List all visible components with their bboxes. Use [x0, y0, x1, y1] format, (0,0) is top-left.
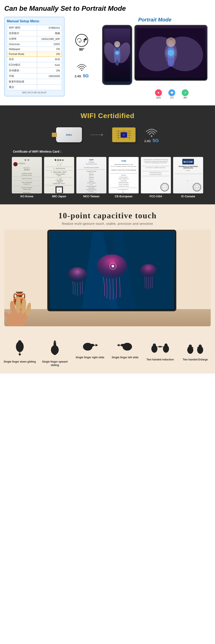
main-title: Can be Manually Set to Portrait Mode — [4, 4, 211, 12]
table-row: 语言 自动 — [7, 57, 62, 62]
two-hand-enlarge-svg — [185, 339, 205, 354]
cert-mic: 電 信 信 令 一、二、三 乙、丙 五、認定型式及代號 六、審驗合格標籤（如附件… — [44, 157, 74, 198]
svg-text:SEAL: SEAL — [163, 187, 166, 188]
gesture-down-label: Single finger down gliding — [4, 360, 36, 364]
cert-ic-seal: OFFICIAL — [193, 183, 201, 192]
phone-screen — [103, 26, 132, 84]
rotation-circle — [75, 34, 88, 47]
cert-card-kc: 방 · 전 KC인증마크 Bay Area C CERTIFIC Certifi… — [12, 157, 42, 194]
freq-5g: 5G — [153, 138, 159, 144]
wifi-frequency: 2.4G 5G — [75, 74, 89, 78]
table-row-highlight: Portrait Mode ON — [7, 52, 62, 57]
cert-mic-name: MIC-Japan — [52, 195, 66, 198]
svg-point-45 — [140, 264, 156, 277]
wifi-freq-label: 2.4G 5G — [144, 138, 159, 144]
cert-ncc-body: Technical file of the The RED Directive … — [78, 163, 105, 194]
gesture-down-icon — [13, 339, 26, 358]
svg-text:OFFICIAL: OFFICIAL — [195, 187, 199, 188]
menu-label: WIFI 密码 — [7, 25, 37, 31]
heart-icon: ♥ — [155, 89, 162, 96]
svg-rect-54 — [54, 342, 56, 349]
cert-ic-name: IC-Canada — [181, 195, 195, 198]
cert-ic: MiCOM TECHNICAL ACCEPTANCECERTIFICATE Fe… — [173, 157, 203, 198]
menu-value: ON — [37, 52, 62, 57]
share-count: 384 — [183, 96, 187, 99]
svg-point-7 — [115, 50, 120, 56]
gesture-single-down: Single finger down gliding — [4, 339, 36, 364]
table-row: Wallpaper ON — [7, 47, 62, 52]
social-comment: 💬 172 — [168, 89, 175, 99]
menu-value: 1920x1080_60P — [37, 36, 62, 42]
hand-svg — [4, 291, 43, 326]
svg-rect-66 — [153, 344, 156, 350]
gesture-up-label: Single finger upward sliding — [39, 360, 71, 367]
gesture-two-enlarge: Two handed Enlarge — [179, 339, 211, 362]
svg-point-1 — [81, 70, 82, 71]
monitor-scene: 🏺 — [4, 230, 211, 326]
freq-24-label: 2.4G — [75, 74, 81, 78]
menu-label: Portrait Mode — [7, 52, 37, 57]
large-screen-display — [135, 26, 207, 80]
wifi-signal-container: 2.4G 5G — [144, 126, 159, 144]
portrait-section: Can be Manually Set to Portrait Mode Man… — [0, 0, 215, 106]
rotation-arrow: 90° — [75, 34, 88, 52]
menu-label: 倍景模式 — [7, 31, 37, 36]
finger-down-svg — [13, 339, 26, 356]
gesture-single-right: Single finger right slide — [74, 339, 106, 359]
cert-fcc: Output power limit is conducted power. T… — [141, 157, 171, 198]
cert-section-label: Certificate of WIFI Wireless Card： — [9, 150, 206, 154]
freq-24g: 2.4G — [144, 139, 151, 143]
touch-section: 10-point capacitive touch Realize multi-… — [0, 204, 215, 335]
arrow-connector — [91, 133, 103, 137]
svg-marker-16 — [101, 134, 103, 136]
cert-card-mic: 電 信 信 令 一、二、三 乙、丙 五、認定型式及代號 六、審驗合格標籤（如附件… — [44, 157, 74, 194]
table-row: 重启 — [7, 84, 62, 90]
cert-fcc-name: FCC-USA — [150, 195, 162, 198]
portrait-content: Manual Setup Menu WIFI 密码 37885241 倍景模式 … — [4, 17, 211, 99]
menu-value — [37, 79, 62, 84]
hand-gesture — [4, 291, 43, 326]
svg-point-46 — [112, 265, 114, 268]
cert-ic-body: Feature: IC:... — [175, 170, 202, 182]
touch-title: 10-point capacitive touch — [4, 211, 211, 220]
gesture-enlarge-label: Two handed Enlarge — [183, 358, 208, 362]
cert-kc-title: 방 · 전 — [13, 159, 40, 161]
portrait-mode-title: Portrait Mode — [138, 17, 171, 23]
angel-landscape-svg — [136, 28, 205, 78]
cert-card-ic: MiCOM TECHNICAL ACCEPTANCECERTIFICATE Fe… — [173, 157, 203, 194]
menu-value: ON — [37, 47, 62, 52]
cert-card-ncc: CERT Certificate Technical file of the T… — [76, 157, 106, 194]
svg-point-44 — [68, 267, 87, 282]
svg-point-14 — [165, 48, 176, 58]
cert-ncc: CERT Certificate Technical file of the T… — [76, 157, 106, 198]
gesture-right-label: Single finger right slide — [76, 356, 104, 359]
svg-point-12 — [166, 37, 176, 47]
cert-kc: 방 · 전 KC인증마크 Bay Area C CERTIFIC Certifi… — [12, 157, 42, 198]
svg-marker-64 — [117, 344, 119, 346]
social-share: ↗ 384 — [182, 89, 188, 99]
gesture-up-icon — [48, 339, 61, 358]
finger-right-svg — [81, 339, 98, 352]
menu-value: 视频 — [37, 31, 62, 36]
table-row: 倍景模式 视频 — [7, 31, 62, 36]
svg-rect-58 — [87, 344, 94, 346]
table-row: 升级 19810000 — [7, 74, 62, 79]
table-row: 恢复到初始值 — [7, 79, 62, 84]
cert-ncc-name: NCC-Taiwan — [83, 195, 100, 198]
gesture-two-reduction: Two handed reduction — [144, 339, 176, 362]
table-row: Overscan 100% — [7, 42, 62, 47]
certificates-row: 방 · 전 KC인증마크 Bay Area C CERTIFIC Certifi… — [9, 157, 206, 198]
cert-ce: TCB Actions Microelectronics Co. Ltd. B3… — [109, 157, 139, 198]
portrait-right-panel: Portrait Mode — [99, 17, 211, 99]
rotation-icon — [76, 35, 83, 46]
circuit-board: IC — [112, 127, 136, 142]
cert-fcc-seal: SEAL — [160, 183, 169, 192]
cert-ce-name: CE-European — [115, 195, 132, 198]
touch-subtitle: Realize multi-gesture touch, stable, pre… — [4, 222, 211, 226]
usb-brand-label: Atifer — [66, 134, 72, 136]
gesture-row: Single finger down gliding Single finger… — [2, 339, 213, 367]
menu-label: 语言 — [7, 57, 37, 62]
svg-point-27 — [151, 136, 152, 137]
gesture-enlarge-icon — [185, 339, 205, 356]
menu-value: 37885241 — [37, 25, 62, 31]
